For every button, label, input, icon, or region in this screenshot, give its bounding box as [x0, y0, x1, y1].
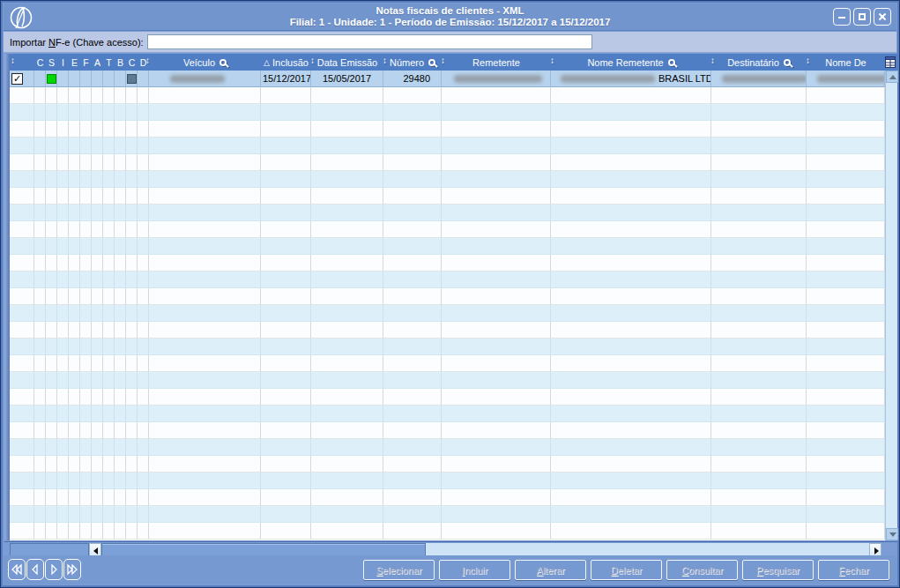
table-row-empty[interactable] [10, 523, 885, 540]
search-icon[interactable] [219, 59, 227, 66]
table-row-empty[interactable] [10, 355, 885, 372]
table-row-empty[interactable] [10, 188, 885, 205]
hscroll-thumb[interactable] [101, 543, 426, 556]
column-header-numero[interactable]: Número ↕ [383, 54, 442, 71]
search-icon[interactable] [784, 59, 791, 66]
cell-destinatario-redacted [711, 71, 807, 87]
minimize-button[interactable] [833, 8, 851, 26]
column-picker-icon[interactable] [885, 56, 896, 68]
column-header-flag-b[interactable]: B [115, 54, 126, 71]
table-row-empty[interactable] [10, 104, 885, 121]
table-row-empty[interactable] [10, 422, 885, 439]
scroll-down-button[interactable] [886, 528, 898, 540]
column-header-select[interactable]: ↕ [10, 54, 34, 71]
horizontal-scrollbar[interactable] [4, 541, 897, 556]
table-row-empty[interactable] [10, 272, 885, 288]
table-row-empty[interactable] [10, 406, 885, 422]
table-row-empty[interactable] [10, 288, 885, 305]
minimize-icon [838, 17, 845, 19]
table-row-empty[interactable] [10, 171, 885, 188]
data-grid: ↕ C S I E F A T B C D ↕ Veículo △ Inclus… [4, 54, 897, 540]
fechar-button[interactable]: Fechar [818, 560, 889, 580]
titlebar: Notas fiscais de clientes - XML Filial: … [4, 4, 896, 31]
table-row-empty[interactable] [10, 305, 885, 322]
table-row-empty[interactable] [10, 154, 885, 171]
table-row-empty[interactable] [10, 473, 885, 489]
column-header-flag-a[interactable]: A [92, 54, 103, 71]
maximize-button[interactable] [853, 8, 871, 26]
table-row-selected[interactable]: ✓ 15/12/2017 15/05/2017 29480 [10, 71, 885, 87]
table-row-empty[interactable] [10, 322, 885, 339]
scroll-up-button[interactable] [886, 71, 898, 83]
deletar-button[interactable]: Deletar [591, 560, 662, 580]
hscroll-fixed-zone [10, 543, 89, 556]
vertical-scrollbar[interactable] [885, 71, 897, 540]
column-header-veiculo[interactable]: ↕ Veículo [149, 54, 261, 71]
first-record-icon [11, 563, 23, 576]
table-row-empty[interactable] [10, 138, 885, 154]
row-checkbox[interactable]: ✓ [11, 73, 23, 85]
cell-nome-destinatario-redacted [807, 71, 885, 87]
table-row-empty[interactable] [10, 372, 885, 389]
nfe-access-key-input[interactable] [147, 34, 592, 49]
column-header-data-emissao[interactable]: Data Emissão ↕ [311, 54, 383, 71]
column-header-flag-t[interactable]: T [103, 54, 115, 71]
sort-both-icon: ↕ [441, 56, 445, 65]
search-icon[interactable] [428, 59, 435, 66]
table-row-empty[interactable] [10, 205, 885, 221]
next-record-button[interactable] [45, 559, 63, 580]
table-row-empty[interactable] [10, 221, 885, 238]
search-icon[interactable] [668, 59, 675, 66]
incluir-button[interactable]: Incluir [439, 560, 510, 580]
column-header-inclusao[interactable]: △ Inclusão ↕ [261, 54, 311, 71]
action-buttons: Selecionar Incluir Alterar Deletar Consu… [363, 560, 889, 580]
sort-both-icon: ↕ [383, 56, 387, 65]
column-header-flag-c2[interactable]: C [126, 54, 138, 71]
scroll-left-button[interactable] [89, 543, 101, 556]
last-record-icon [66, 563, 78, 576]
table-row-empty[interactable] [10, 87, 885, 104]
selecionar-button[interactable]: Selecionar [363, 560, 435, 580]
column-header-flag-i[interactable]: I [57, 54, 69, 71]
column-header-nome-remetente[interactable]: Nome Remetente ↕ [551, 54, 711, 71]
previous-record-button[interactable] [26, 559, 44, 580]
grid-header: ↕ C S I E F A T B C D ↕ Veículo △ Inclus… [10, 54, 897, 71]
window-title: Notas fiscais de clientes - XML Filial: … [4, 5, 896, 28]
close-button[interactable] [874, 8, 891, 26]
cell-veiculo-redacted [149, 71, 261, 87]
column-header-flag-s[interactable]: S [46, 54, 57, 71]
column-header-nome-destinatario[interactable]: Nome De [807, 54, 885, 71]
column-header-flag-f[interactable]: F [80, 54, 92, 71]
row-indicator-strip [4, 54, 10, 540]
column-header-destinatario[interactable]: Destinatário ↕ [711, 54, 807, 71]
hscroll-track[interactable] [426, 543, 869, 556]
sort-both-icon: ↕ [145, 56, 150, 65]
consultar-button[interactable]: Consultar [666, 560, 738, 580]
cell-remetente-redacted [442, 71, 551, 87]
sort-both-icon: ↕ [310, 56, 315, 65]
table-row-empty[interactable] [10, 489, 885, 506]
table-row-empty[interactable] [10, 389, 885, 406]
alterar-button[interactable]: Alterar [515, 560, 586, 580]
cell-inclusao: 15/12/2017 [261, 71, 311, 87]
column-header-remetente[interactable]: Remetente ↕ [442, 54, 551, 71]
scroll-right-icon [874, 547, 879, 555]
scroll-right-button[interactable] [869, 543, 881, 556]
first-record-button[interactable] [8, 559, 26, 580]
sort-both-icon: ↕ [550, 56, 554, 65]
column-header-flag-c1[interactable]: C [34, 54, 46, 71]
table-row-empty[interactable] [10, 439, 885, 456]
next-record-icon [48, 563, 60, 576]
sort-both-icon: ↕ [806, 56, 810, 65]
table-row-empty[interactable] [10, 238, 885, 255]
table-row-empty[interactable] [10, 255, 885, 272]
table-row-empty[interactable] [10, 339, 885, 355]
column-header-flag-e[interactable]: E [69, 54, 80, 71]
table-row-empty[interactable] [10, 456, 885, 473]
table-row-empty[interactable] [10, 121, 885, 138]
app-window: Notas fiscais de clientes - XML Filial: … [0, 0, 900, 588]
last-record-button[interactable] [63, 559, 81, 580]
check-icon: ✓ [13, 74, 21, 84]
pesquisar-button[interactable]: Pesquisar [742, 560, 814, 580]
table-row-empty[interactable] [10, 506, 885, 523]
